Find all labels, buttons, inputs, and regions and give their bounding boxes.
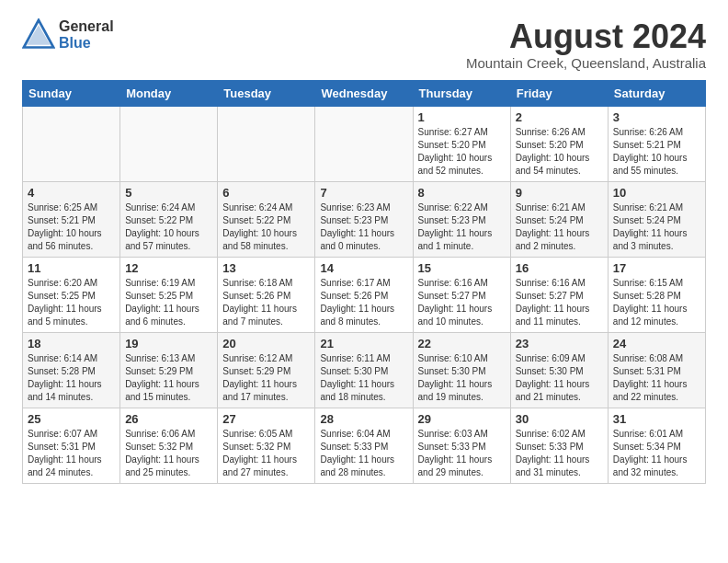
calendar-cell — [218, 106, 315, 181]
calendar-cell — [23, 106, 120, 181]
day-info: Sunrise: 6:01 AM Sunset: 5:34 PM Dayligh… — [613, 428, 700, 479]
calendar-cell: 1Sunrise: 6:27 AM Sunset: 5:20 PM Daylig… — [413, 106, 510, 181]
day-number: 7 — [320, 186, 407, 200]
day-number: 8 — [418, 186, 506, 200]
calendar-cell: 20Sunrise: 6:12 AM Sunset: 5:29 PM Dayli… — [218, 332, 315, 408]
calendar-week-2: 11Sunrise: 6:20 AM Sunset: 5:25 PM Dayli… — [23, 257, 706, 332]
logo-icon — [22, 18, 55, 52]
calendar-cell: 6Sunrise: 6:24 AM Sunset: 5:22 PM Daylig… — [218, 181, 315, 257]
day-number: 15 — [418, 261, 506, 275]
day-info: Sunrise: 6:14 AM Sunset: 5:28 PM Dayligh… — [28, 352, 115, 404]
day-info: Sunrise: 6:22 AM Sunset: 5:23 PM Dayligh… — [418, 201, 506, 253]
calendar-header-monday: Monday — [120, 80, 218, 106]
day-number: 16 — [516, 261, 603, 275]
calendar-cell: 18Sunrise: 6:14 AM Sunset: 5:28 PM Dayli… — [23, 332, 120, 408]
day-number: 6 — [222, 186, 310, 200]
day-number: 4 — [28, 186, 115, 200]
day-info: Sunrise: 6:16 AM Sunset: 5:27 PM Dayligh… — [516, 277, 603, 328]
day-info: Sunrise: 6:20 AM Sunset: 5:25 PM Dayligh… — [28, 277, 115, 328]
calendar-week-3: 18Sunrise: 6:14 AM Sunset: 5:28 PM Dayli… — [23, 332, 706, 408]
calendar-cell: 16Sunrise: 6:16 AM Sunset: 5:27 PM Dayli… — [510, 257, 608, 332]
calendar-cell: 21Sunrise: 6:11 AM Sunset: 5:30 PM Dayli… — [315, 332, 413, 408]
calendar: SundayMondayTuesdayWednesdayThursdayFrid… — [22, 80, 706, 484]
day-info: Sunrise: 6:10 AM Sunset: 5:30 PM Dayligh… — [418, 352, 506, 404]
calendar-cell: 24Sunrise: 6:08 AM Sunset: 5:31 PM Dayli… — [608, 332, 705, 408]
calendar-cell: 10Sunrise: 6:21 AM Sunset: 5:24 PM Dayli… — [608, 181, 705, 257]
calendar-cell: 2Sunrise: 6:26 AM Sunset: 5:20 PM Daylig… — [510, 106, 608, 181]
calendar-cell: 28Sunrise: 6:04 AM Sunset: 5:33 PM Dayli… — [315, 408, 413, 483]
day-number: 9 — [516, 186, 603, 200]
day-info: Sunrise: 6:24 AM Sunset: 5:22 PM Dayligh… — [125, 201, 212, 253]
day-info: Sunrise: 6:07 AM Sunset: 5:31 PM Dayligh… — [28, 428, 115, 479]
day-info: Sunrise: 6:26 AM Sunset: 5:20 PM Dayligh… — [516, 126, 603, 178]
day-number: 26 — [125, 412, 212, 426]
day-number: 23 — [516, 337, 603, 350]
calendar-header-tuesday: Tuesday — [218, 80, 315, 106]
day-info: Sunrise: 6:27 AM Sunset: 5:20 PM Dayligh… — [418, 126, 506, 178]
day-info: Sunrise: 6:04 AM Sunset: 5:33 PM Dayligh… — [320, 428, 407, 479]
day-number: 30 — [516, 412, 603, 426]
calendar-header-friday: Friday — [510, 80, 608, 106]
calendar-cell: 25Sunrise: 6:07 AM Sunset: 5:31 PM Dayli… — [23, 408, 120, 483]
calendar-cell: 17Sunrise: 6:15 AM Sunset: 5:28 PM Dayli… — [608, 257, 705, 332]
day-info: Sunrise: 6:08 AM Sunset: 5:31 PM Dayligh… — [613, 352, 700, 404]
title-area: August 2024 Mountain Creek, Queensland, … — [466, 18, 706, 71]
day-info: Sunrise: 6:12 AM Sunset: 5:29 PM Dayligh… — [222, 352, 310, 404]
day-number: 28 — [320, 412, 407, 426]
day-info: Sunrise: 6:18 AM Sunset: 5:26 PM Dayligh… — [222, 277, 310, 328]
logo: General Blue — [22, 18, 114, 52]
calendar-cell: 23Sunrise: 6:09 AM Sunset: 5:30 PM Dayli… — [510, 332, 608, 408]
day-number: 13 — [222, 261, 310, 275]
day-info: Sunrise: 6:26 AM Sunset: 5:21 PM Dayligh… — [613, 126, 700, 178]
calendar-week-4: 25Sunrise: 6:07 AM Sunset: 5:31 PM Dayli… — [23, 408, 706, 483]
calendar-week-1: 4Sunrise: 6:25 AM Sunset: 5:21 PM Daylig… — [23, 181, 706, 257]
calendar-cell — [315, 106, 413, 181]
day-info: Sunrise: 6:25 AM Sunset: 5:21 PM Dayligh… — [28, 201, 115, 253]
calendar-cell: 27Sunrise: 6:05 AM Sunset: 5:32 PM Dayli… — [218, 408, 315, 483]
day-number: 14 — [320, 261, 407, 275]
day-info: Sunrise: 6:16 AM Sunset: 5:27 PM Dayligh… — [418, 277, 506, 328]
day-number: 11 — [28, 261, 115, 275]
calendar-cell: 19Sunrise: 6:13 AM Sunset: 5:29 PM Dayli… — [120, 332, 218, 408]
day-info: Sunrise: 6:11 AM Sunset: 5:30 PM Dayligh… — [320, 352, 407, 404]
day-number: 3 — [613, 110, 700, 124]
calendar-body: 1Sunrise: 6:27 AM Sunset: 5:20 PM Daylig… — [23, 106, 706, 483]
day-info: Sunrise: 6:15 AM Sunset: 5:28 PM Dayligh… — [613, 277, 700, 328]
day-info: Sunrise: 6:02 AM Sunset: 5:33 PM Dayligh… — [516, 428, 603, 479]
calendar-header-thursday: Thursday — [413, 80, 510, 106]
calendar-header-saturday: Saturday — [608, 80, 705, 106]
header: General Blue August 2024 Mountain Creek,… — [22, 18, 706, 71]
day-number: 19 — [125, 337, 212, 350]
header-row: SundayMondayTuesdayWednesdayThursdayFrid… — [23, 80, 706, 106]
calendar-cell: 7Sunrise: 6:23 AM Sunset: 5:23 PM Daylig… — [315, 181, 413, 257]
day-info: Sunrise: 6:19 AM Sunset: 5:25 PM Dayligh… — [125, 277, 212, 328]
calendar-cell: 9Sunrise: 6:21 AM Sunset: 5:24 PM Daylig… — [510, 181, 608, 257]
calendar-cell: 11Sunrise: 6:20 AM Sunset: 5:25 PM Dayli… — [23, 257, 120, 332]
day-info: Sunrise: 6:13 AM Sunset: 5:29 PM Dayligh… — [125, 352, 212, 404]
day-info: Sunrise: 6:23 AM Sunset: 5:23 PM Dayligh… — [320, 201, 407, 253]
calendar-cell — [120, 106, 218, 181]
day-number: 17 — [613, 261, 700, 275]
calendar-cell: 3Sunrise: 6:26 AM Sunset: 5:21 PM Daylig… — [608, 106, 705, 181]
day-number: 10 — [613, 186, 700, 200]
calendar-cell: 14Sunrise: 6:17 AM Sunset: 5:26 PM Dayli… — [315, 257, 413, 332]
calendar-cell: 31Sunrise: 6:01 AM Sunset: 5:34 PM Dayli… — [608, 408, 705, 483]
day-number: 18 — [28, 337, 115, 350]
logo-general-text: General — [59, 18, 114, 35]
day-number: 25 — [28, 412, 115, 426]
calendar-header: SundayMondayTuesdayWednesdayThursdayFrid… — [23, 80, 706, 106]
calendar-cell: 12Sunrise: 6:19 AM Sunset: 5:25 PM Dayli… — [120, 257, 218, 332]
day-number: 21 — [320, 337, 407, 350]
day-info: Sunrise: 6:09 AM Sunset: 5:30 PM Dayligh… — [516, 352, 603, 404]
day-number: 22 — [418, 337, 506, 350]
day-info: Sunrise: 6:06 AM Sunset: 5:32 PM Dayligh… — [125, 428, 212, 479]
day-info: Sunrise: 6:24 AM Sunset: 5:22 PM Dayligh… — [222, 201, 310, 253]
day-info: Sunrise: 6:03 AM Sunset: 5:33 PM Dayligh… — [418, 428, 506, 479]
day-number: 5 — [125, 186, 212, 200]
day-number: 1 — [418, 110, 506, 124]
calendar-cell: 30Sunrise: 6:02 AM Sunset: 5:33 PM Dayli… — [510, 408, 608, 483]
day-number: 29 — [418, 412, 506, 426]
calendar-cell: 15Sunrise: 6:16 AM Sunset: 5:27 PM Dayli… — [413, 257, 510, 332]
day-number: 24 — [613, 337, 700, 350]
calendar-cell: 8Sunrise: 6:22 AM Sunset: 5:23 PM Daylig… — [413, 181, 510, 257]
